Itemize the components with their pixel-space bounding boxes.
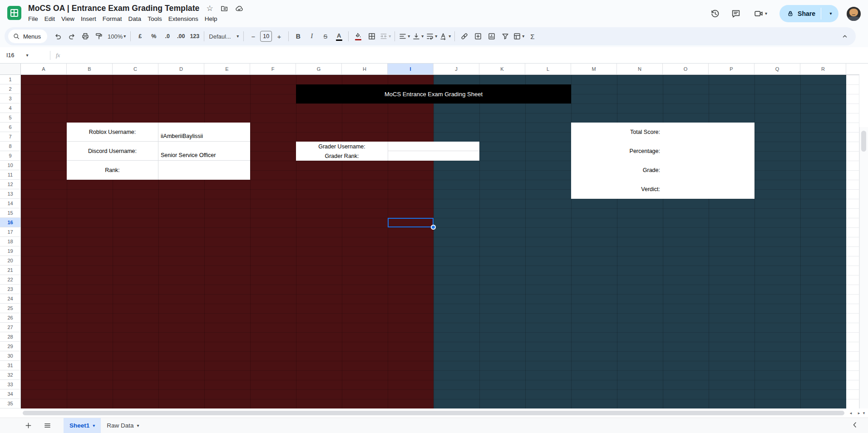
row-header-19[interactable]: 19 [0,246,21,256]
row-header-22[interactable]: 22 [0,275,21,285]
percentage-value[interactable] [663,142,755,161]
scroll-down-arrow[interactable]: ▾ [861,409,867,417]
row-header-17[interactable]: 17 [0,227,21,237]
vertical-align-button[interactable]: ▾ [411,30,424,43]
select-all-corner[interactable] [0,64,21,75]
row-header-35[interactable]: 35 [0,399,21,408]
selected-cell-I16[interactable] [388,218,434,227]
menu-insert[interactable]: Insert [78,15,99,23]
move-to-folder-icon[interactable] [220,5,228,13]
name-box[interactable]: I16 ▾ [0,52,47,59]
hide-menus-chevron[interactable] [838,30,851,43]
column-header-Q[interactable]: Q [755,64,800,75]
row-header-15[interactable]: 15 [0,208,21,218]
menus-search-button[interactable]: Menus [8,30,47,43]
menu-help[interactable]: Help [202,15,221,23]
formula-input[interactable] [60,47,868,63]
discord-username-label[interactable]: Discord Username: [67,142,158,160]
column-header-K[interactable]: K [479,64,525,75]
row-header-3[interactable]: 3 [0,94,21,103]
version-history-icon[interactable] [706,5,724,23]
comments-icon[interactable] [727,5,745,23]
total-score-value[interactable] [663,123,755,142]
percentage-label[interactable]: Percentage: [571,142,663,161]
banner-title-cell[interactable]: MoCS Entrance Exam Grading Sheet [296,84,571,103]
row-header-28[interactable]: 28 [0,332,21,342]
row-header-16[interactable]: 16 [0,218,21,227]
row-header-1[interactable]: 1 [0,75,21,84]
row-header-32[interactable]: 32 [0,370,21,380]
column-header-R[interactable]: R [800,64,846,75]
decrease-decimal-button[interactable]: .0 [161,30,174,43]
row-header-14[interactable]: 14 [0,199,21,208]
grade-value[interactable] [663,161,755,180]
share-button[interactable]: Share ▾ [779,5,838,22]
row-header-7[interactable]: 7 [0,132,21,142]
row-header-10[interactable]: 10 [0,161,21,170]
row-header-18[interactable]: 18 [0,237,21,246]
decrease-font-size-button[interactable]: − [247,30,260,43]
column-header-L[interactable]: L [525,64,571,75]
grader-username-label[interactable]: Grader Username: [296,142,388,151]
add-sheet-button[interactable] [21,419,35,433]
row-header-23[interactable]: 23 [0,285,21,294]
row-header-9[interactable]: 9 [0,151,21,161]
create-filter-button[interactable] [498,30,512,43]
text-color-button[interactable]: A [332,30,345,43]
percent-format-button[interactable]: % [147,30,160,43]
fill-color-button[interactable] [351,30,365,43]
row-header-34[interactable]: 34 [0,389,21,399]
tab-raw-data[interactable]: Raw Data ▾ [101,418,145,433]
score-summary-box[interactable]: Total Score: Percentage: Grade: Verdict: [571,123,755,199]
row-header-33[interactable]: 33 [0,380,21,389]
unfilled-region[interactable] [846,75,859,408]
row-header-31[interactable]: 31 [0,361,21,370]
column-header-O[interactable]: O [663,64,709,75]
document-title[interactable]: MoCS OA | Entrance Exam Grading Template [28,4,199,13]
tab-sheet1[interactable]: Sheet1 ▾ [64,418,101,433]
scroll-left-arrow[interactable]: ◂ [847,409,854,417]
column-header-P[interactable]: P [709,64,755,75]
menu-edit[interactable]: Edit [41,15,58,23]
verdict-label[interactable]: Verdict: [571,180,663,199]
insert-chart-button[interactable] [485,30,498,43]
row-header-4[interactable]: 4 [0,103,21,113]
column-header-F[interactable]: F [250,64,296,75]
column-header-I[interactable]: I [388,64,434,75]
grader-info-box[interactable]: Grader Username: Grader Rank: [296,142,479,161]
grader-rank-value[interactable] [388,151,479,161]
increase-font-size-button[interactable]: + [272,30,286,43]
row-header-13[interactable]: 13 [0,189,21,199]
text-rotation-button[interactable]: ▾ [439,30,452,43]
column-header-A[interactable]: A [21,64,67,75]
italic-button[interactable]: I [305,30,318,43]
row-header-26[interactable]: 26 [0,313,21,323]
functions-button[interactable]: Σ [526,30,539,43]
row-header-8[interactable]: 8 [0,142,21,151]
menu-format[interactable]: Format [99,15,125,23]
star-icon[interactable]: ☆ [206,5,213,12]
row-header-5[interactable]: 5 [0,113,21,123]
grader-username-value[interactable] [388,142,479,151]
vertical-scrollbar-thumb[interactable] [861,131,866,152]
candidate-info-box[interactable]: Roblox Username: iiAmberiiBaylissii Disc… [67,123,250,180]
verdict-value[interactable] [663,180,755,199]
tab-sheet1-caret[interactable]: ▾ [93,423,95,428]
column-header-N[interactable]: N [617,64,663,75]
row-header-25[interactable]: 25 [0,304,21,313]
row-header-21[interactable]: 21 [0,266,21,275]
more-formats-button[interactable]: 123 [188,30,201,43]
menu-data[interactable]: Data [125,15,145,23]
borders-button[interactable] [365,30,378,43]
discord-username-value[interactable]: Senior Service Officer [158,142,250,160]
fill-handle[interactable] [431,225,436,230]
horizontal-scrollbar-thumb[interactable] [23,411,844,415]
collapse-panel-chevron[interactable] [851,421,859,429]
all-sheets-button[interactable] [40,419,54,433]
currency-format-button[interactable]: £ [133,30,147,43]
font-selector[interactable]: Defaul... ▾ [207,30,241,43]
row-header-29[interactable]: 29 [0,342,21,351]
row-header-2[interactable]: 2 [0,84,21,94]
zoom-selector[interactable]: 100% ▾ [106,30,128,43]
user-avatar[interactable] [847,7,861,21]
